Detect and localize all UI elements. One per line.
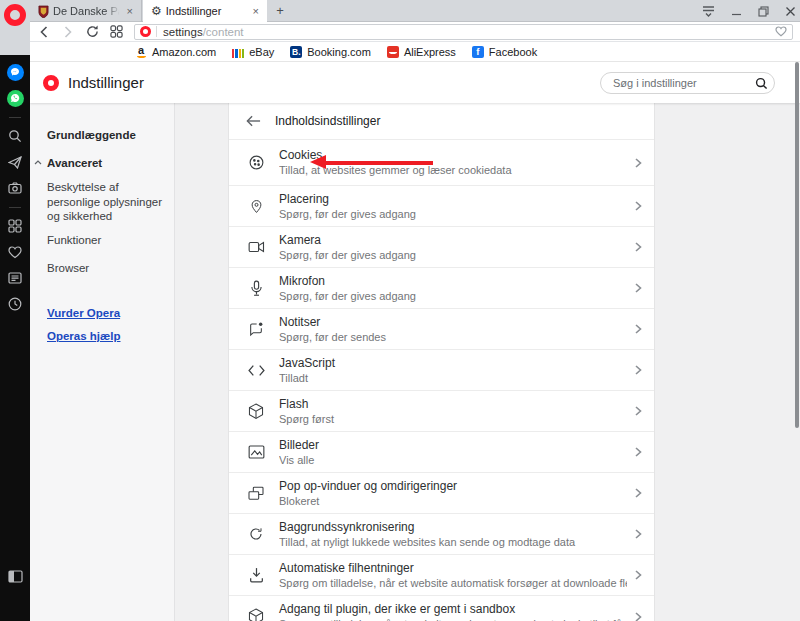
- row-subtitle: Spørg om tilladelse, når et website ønsk…: [279, 617, 627, 621]
- heart-icon[interactable]: [775, 26, 787, 37]
- row-title: Baggrundssynkronisering: [279, 520, 627, 535]
- settings-page: Indstillinger Grundlæggende Avanceret Be…: [30, 62, 800, 621]
- row-title: Billeder: [279, 438, 627, 453]
- settings-content: Grundlæggende Avanceret Beskyttelse af p…: [30, 103, 800, 621]
- bookmark-label: eBay: [249, 46, 274, 58]
- history-icon[interactable]: [6, 295, 24, 313]
- nav-item-features[interactable]: Funktioner: [47, 233, 166, 248]
- row-title: Cookies: [279, 148, 627, 163]
- row-javascript[interactable]: JavaScript Tilladt: [229, 350, 654, 391]
- news-icon[interactable]: [6, 269, 24, 287]
- url-separator: [156, 26, 157, 37]
- row-subtitle: Tillad, at websites gemmer og læser cook…: [279, 163, 627, 177]
- cube-icon: [246, 608, 266, 621]
- code-icon: [246, 364, 266, 377]
- row-baggrundssynkronisering[interactable]: Baggrundssynkronisering Tillad, at nylig…: [229, 514, 654, 555]
- chevron-right-icon: [635, 365, 642, 375]
- settings-nav: Grundlæggende Avanceret Beskyttelse af p…: [30, 103, 175, 621]
- card-title: Indholdsindstillinger: [275, 114, 380, 128]
- sidebar-divider: [9, 207, 21, 208]
- tab-indstillinger[interactable]: ⚙ Indstillinger ×: [143, 0, 267, 22]
- back-arrow-icon[interactable]: [246, 115, 261, 127]
- tab-title: De Danske Panser Bataljon: [53, 5, 121, 17]
- opera-help-link[interactable]: Operas hjælp: [47, 330, 166, 342]
- my-flow-icon[interactable]: [6, 153, 24, 171]
- row-title: Kamera: [279, 233, 627, 248]
- chevron-right-icon: [635, 283, 642, 293]
- download-icon: [246, 567, 266, 583]
- speed-dial-icon[interactable]: [106, 25, 126, 38]
- tab-close-icon[interactable]: ×: [251, 5, 261, 18]
- amazon-favicon: a: [135, 46, 147, 58]
- opera-menu-button[interactable]: [0, 0, 30, 55]
- row-mikrofon[interactable]: Mikrofon Spørg, før der gives adgang: [229, 268, 654, 309]
- row-automatiske-filhentninger[interactable]: Automatiske filhentninger Spørg om tilla…: [229, 555, 654, 596]
- row-kamera[interactable]: Kamera Spørg, før der gives adgang: [229, 227, 654, 268]
- close-window-button[interactable]: [785, 6, 796, 17]
- row-billeder[interactable]: Billeder Vis alle: [229, 432, 654, 473]
- nav-item-advanced[interactable]: Avanceret: [47, 157, 166, 169]
- minimize-button[interactable]: [731, 6, 742, 17]
- speed-dial-icon[interactable]: [6, 217, 24, 235]
- row-subtitle: Spørg, før der sendes: [279, 330, 627, 344]
- reload-icon[interactable]: [82, 25, 102, 38]
- snapshot-icon[interactable]: [6, 179, 24, 197]
- url-text: settings: [163, 26, 203, 38]
- opera-o-icon: [43, 75, 59, 91]
- bookmarks-heart-icon[interactable]: [6, 243, 24, 261]
- bookmark-facebook[interactable]: f Facebook: [472, 46, 537, 58]
- bookmark-label: Booking.com: [307, 46, 371, 58]
- bookmark-ebay[interactable]: eBay: [232, 46, 274, 58]
- settings-search[interactable]: [600, 72, 775, 94]
- nav-item-browser[interactable]: Browser: [47, 261, 166, 276]
- booking-favicon: B.: [290, 46, 302, 58]
- row-subtitle: Spørg om tilladelse, når et website auto…: [279, 576, 627, 590]
- row-notitser[interactable]: Notitser Spørg, før der sendes: [229, 309, 654, 350]
- whatsapp-icon[interactable]: [6, 89, 24, 107]
- tab-close-icon[interactable]: ×: [125, 5, 135, 18]
- forward-icon[interactable]: [58, 26, 78, 38]
- row-flash[interactable]: Flash Spørg først: [229, 391, 654, 432]
- row-subtitle: Spørg først: [279, 412, 627, 426]
- camera-icon: [246, 240, 266, 254]
- row-title: Mikrofon: [279, 274, 627, 289]
- tab-bar: De Danske Panser Bataljon × ⚙ Indstillin…: [0, 0, 800, 22]
- restore-button[interactable]: [758, 6, 769, 17]
- row-subtitle: Spørg, før der gives adgang: [279, 289, 627, 303]
- new-tab-button[interactable]: +: [272, 3, 288, 19]
- search-icon: [755, 77, 768, 90]
- row-cookies[interactable]: Cookies Tillad, at websites gemmer og læ…: [229, 140, 654, 186]
- row-popups[interactable]: Pop op-vinduer og omdirigeringer Blokere…: [229, 473, 654, 514]
- cookie-icon: [246, 154, 266, 171]
- location-pin-icon: [246, 198, 266, 215]
- page-scrollbar[interactable]: [795, 62, 799, 428]
- row-subtitle: Spørg, før der gives adgang: [279, 207, 627, 221]
- row-placering[interactable]: Placering Spørg, før der gives adgang: [229, 186, 654, 227]
- tab-de-danske-panser-bataljon[interactable]: De Danske Panser Bataljon ×: [30, 0, 142, 22]
- messenger-icon[interactable]: [6, 63, 24, 81]
- chevron-right-icon: [635, 158, 642, 168]
- bookmark-aliexpress[interactable]: AliExpress: [387, 46, 456, 58]
- rate-opera-link[interactable]: Vurder Opera: [47, 307, 166, 319]
- address-toolbar: settings /content: [30, 22, 800, 42]
- bookmark-label: Facebook: [489, 46, 537, 58]
- sidebar-setup-icon[interactable]: [6, 567, 24, 585]
- settings-page-header: Indstillinger: [30, 62, 800, 103]
- settings-search-input[interactable]: [613, 77, 755, 89]
- row-title: JavaScript: [279, 356, 627, 371]
- nav-item-basic[interactable]: Grundlæggende: [47, 129, 166, 141]
- address-bar[interactable]: settings /content: [134, 24, 793, 40]
- tab-menu-icon[interactable]: [702, 5, 715, 17]
- chevron-right-icon: [635, 529, 642, 539]
- bookmark-amazon[interactable]: a Amazon.com: [135, 46, 216, 58]
- nav-item-privacy-security[interactable]: Beskyttelse af personlige oplysninger og…: [47, 180, 166, 224]
- chevron-right-icon: [635, 612, 642, 621]
- row-subtitle: Tillad, at nyligt lukkede websites kan s…: [279, 535, 627, 549]
- bookmark-booking[interactable]: B. Booking.com: [290, 46, 371, 58]
- row-subtitle: Vis alle: [279, 453, 627, 467]
- back-icon[interactable]: [34, 26, 54, 38]
- ebay-favicon: [232, 46, 244, 58]
- chevron-right-icon: [635, 201, 642, 211]
- search-icon[interactable]: [6, 127, 24, 145]
- row-plugin-sandbox[interactable]: Adgang til plugin, der ikke er gemt i sa…: [229, 596, 654, 621]
